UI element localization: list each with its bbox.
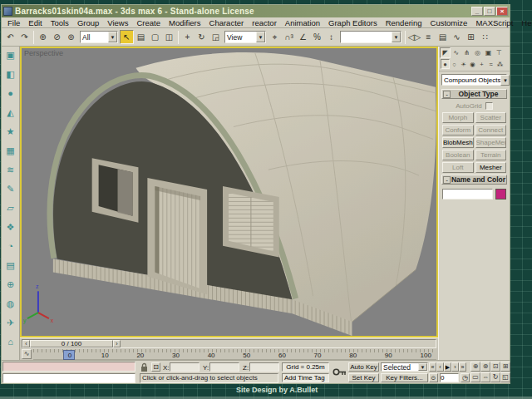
polygon-icon[interactable]: ▱ [4, 201, 17, 214]
conform-button[interactable]: Conform [442, 125, 474, 135]
named-selection-sets-dropdown[interactable]: ▼ [340, 31, 401, 43]
chevron-down-icon[interactable]: ▼ [108, 32, 117, 42]
boolean-button[interactable]: Boolean [442, 150, 474, 160]
tab-create[interactable]: ◤ [440, 47, 451, 58]
menu-item[interactable]: reactor [248, 18, 281, 27]
terrain-button[interactable]: Terrain [475, 150, 507, 160]
chevron-down-icon[interactable]: ▼ [418, 363, 427, 371]
menu-item[interactable]: Modifiers [165, 18, 205, 27]
scatter-button[interactable]: Scatter [475, 112, 507, 123]
menu-item[interactable]: Rendering [382, 18, 426, 27]
object-name-input[interactable] [442, 189, 493, 200]
menu-item[interactable]: Animation [281, 18, 324, 27]
autogrid-checkbox[interactable] [485, 102, 493, 110]
align-icon[interactable]: ≡ [421, 30, 436, 44]
set-key-button[interactable]: Set Key [348, 373, 379, 382]
plane-icon[interactable]: ✈ [4, 316, 17, 329]
menu-item[interactable]: MAXScript [471, 18, 517, 27]
material-editor-icon[interactable]: ∷ [478, 30, 492, 44]
arc-rotate-button[interactable]: ↻ [490, 372, 500, 382]
title-bar[interactable]: Barracks01skin04a.max - 3ds max 6 - Stan… [2, 5, 510, 17]
pan-button[interactable]: ⇔ [480, 372, 490, 382]
maximize-button[interactable]: □ [484, 7, 495, 16]
loft-button[interactable]: Loft [442, 162, 474, 173]
blobmesh-button[interactable]: BlobMesh [442, 137, 474, 148]
spring-icon[interactable]: ≋ [4, 163, 17, 176]
menu-item[interactable]: File [3, 18, 24, 27]
redo-icon[interactable]: ↷ [17, 30, 32, 44]
select-and-link-icon[interactable]: ⊕ [36, 30, 50, 44]
tab-motion[interactable]: ◎ [472, 47, 483, 58]
selection-set-dropdown[interactable]: Selected ▼ [381, 362, 428, 372]
bind-to-spacewarp-icon[interactable]: ⊚ [64, 30, 78, 44]
menu-item[interactable]: Help [517, 18, 532, 27]
mini-curve-editor-icon[interactable]: ∿ [22, 349, 32, 359]
select-by-name-icon[interactable]: ▤ [134, 30, 148, 44]
chevron-down-icon[interactable]: ▼ [500, 75, 510, 86]
maxscript-mini-listener-pink[interactable] [2, 362, 135, 372]
reference-coordinate-dropdown[interactable]: View ▼ [224, 31, 266, 43]
x-coordinate-field[interactable] [170, 362, 200, 372]
category-spacewarps[interactable]: ≈ [486, 59, 495, 69]
object-category-dropdown[interactable]: Compound Objects ▼ [441, 74, 507, 86]
previous-frame-button[interactable]: ‹ [436, 362, 444, 372]
next-frame-button[interactable]: › [451, 362, 459, 372]
key-filters-button[interactable]: Key Filters... [381, 373, 428, 382]
chevron-down-icon[interactable]: ▼ [256, 32, 265, 42]
category-lights[interactable]: ☀ [459, 59, 468, 69]
menu-item[interactable]: Group [73, 18, 103, 27]
viewport-label[interactable]: Perspective [24, 49, 63, 57]
menu-item[interactable]: Views [103, 18, 132, 27]
cameras-icon[interactable]: ◧ [4, 67, 17, 81]
category-cameras[interactable]: ◉ [468, 59, 477, 69]
menu-item[interactable]: Character [205, 18, 249, 27]
mesher-button[interactable]: Mesher [475, 162, 507, 173]
select-and-scale-icon[interactable]: ◲ [209, 30, 223, 44]
disc-icon[interactable]: ◍ [4, 297, 17, 310]
object-type-rollout-header[interactable]: - Object Type [441, 89, 507, 99]
category-shapes[interactable]: ○ [450, 59, 459, 69]
menu-item[interactable]: Graph Editors [324, 18, 382, 27]
object-color-swatch[interactable] [495, 189, 506, 200]
checker-icon[interactable]: ▦ [4, 144, 17, 157]
time-configuration-button[interactable]: ◷ [461, 373, 470, 382]
maxscript-mini-listener-white[interactable] [2, 373, 135, 383]
select-and-move-icon[interactable]: + [180, 30, 195, 44]
current-frame-field[interactable] [440, 373, 459, 382]
zoom-button[interactable]: ⊕ [470, 362, 480, 372]
time-slider-back-arrow[interactable]: ‹ [22, 340, 30, 347]
snap-toggle-icon[interactable]: ∩³ [282, 30, 296, 44]
tab-utilities[interactable]: ⊤ [494, 47, 505, 58]
close-button[interactable]: × [496, 7, 508, 16]
menu-item[interactable]: Tools [47, 18, 73, 27]
min-max-toggle-button[interactable]: ◱ [500, 372, 510, 382]
objects-icon[interactable]: ▣ [4, 48, 17, 62]
schematic-view-icon[interactable]: ⊞ [464, 30, 478, 44]
morph-button[interactable]: Morph [442, 112, 474, 123]
tab-modify[interactable]: ∿ [451, 47, 461, 58]
play-button[interactable]: ▶ [444, 362, 451, 372]
track-bar-ruler[interactable]: 0102030405060708090100 [33, 349, 436, 360]
perspective-viewport[interactable]: Perspective [20, 47, 438, 337]
barracks-model[interactable]: z x y [22, 48, 436, 336]
go-to-end-button[interactable]: » [459, 362, 466, 372]
menu-item[interactable]: Customize [426, 18, 472, 27]
category-systems[interactable]: ⁂ [495, 59, 505, 69]
manipulate-icon[interactable]: ⌖ [268, 30, 282, 44]
menu-item[interactable]: Create [132, 18, 165, 27]
curve-editor-icon[interactable]: ∿ [450, 30, 464, 44]
layer-manager-icon[interactable]: ▤ [436, 30, 450, 44]
time-slider-forward-arrow[interactable]: › [113, 340, 121, 347]
unlink-selection-icon[interactable]: ⊘ [50, 30, 64, 44]
cone-icon[interactable]: ◭ [4, 106, 17, 119]
tab-hierarchy[interactable]: ⋔ [461, 47, 472, 58]
panel-icon[interactable]: ▤ [4, 259, 17, 272]
sphere-icon[interactable]: ● [4, 86, 17, 100]
zoom-all-button[interactable]: ⊛ [480, 362, 490, 372]
chevron-down-icon[interactable]: ▼ [392, 32, 401, 42]
star-icon[interactable]: ★ [4, 125, 17, 138]
shapemerge-button[interactable]: ShapeMerge [475, 137, 507, 148]
category-helpers[interactable]: + [477, 59, 486, 69]
clock-icon[interactable]: ◔ [4, 239, 17, 253]
region-zoom-button[interactable]: ▭ [470, 372, 480, 382]
